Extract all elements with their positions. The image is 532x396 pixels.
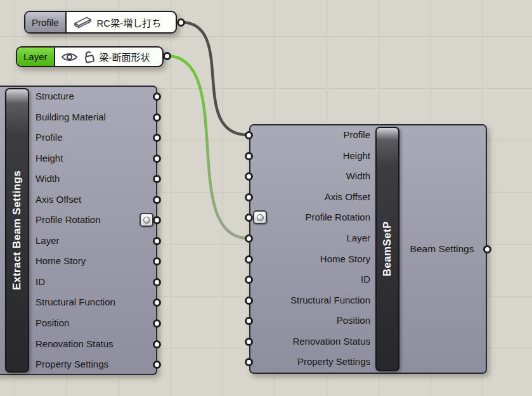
input-port-label: Axis Offset bbox=[256, 191, 370, 203]
param-layer-body[interactable]: 梁-断面形状 bbox=[55, 48, 156, 66]
input-port-label: Layer bbox=[256, 232, 370, 245]
input-port-label: Structural Function bbox=[256, 294, 370, 307]
output-nub[interactable] bbox=[153, 257, 161, 265]
output-port-label: Height bbox=[36, 152, 63, 165]
output-nub[interactable] bbox=[153, 340, 161, 348]
output-nub[interactable] bbox=[153, 93, 161, 101]
input-port-label: Position bbox=[256, 314, 370, 327]
input-nub[interactable] bbox=[245, 234, 253, 243]
input-nub[interactable] bbox=[245, 358, 253, 366]
param-profile-output-nub[interactable] bbox=[177, 18, 185, 27]
output-port-label: Property Settings bbox=[36, 358, 108, 371]
component-name: Extract Beam Settings bbox=[11, 170, 23, 290]
output-port-label: Structure bbox=[36, 90, 74, 103]
layer-wire[interactable] bbox=[167, 56, 248, 238]
input-port-label: Property Settings bbox=[256, 355, 370, 368]
profile-rotation-unit-button[interactable] bbox=[253, 210, 267, 224]
unit-dot-icon bbox=[143, 217, 150, 224]
component-beamsetp-namebar[interactable]: BeamSetP bbox=[375, 127, 399, 371]
output-port-label: Profile bbox=[36, 131, 63, 144]
input-nub[interactable] bbox=[245, 152, 253, 160]
output-port-label: Width bbox=[36, 172, 60, 185]
component-extract-beam-settings-namebar[interactable]: Extract Beam Settings bbox=[5, 88, 29, 373]
component-name: BeamSetP bbox=[381, 221, 394, 276]
output-port-label: Structural Function bbox=[36, 296, 115, 309]
input-nub[interactable] bbox=[245, 214, 253, 222]
input-nub[interactable] bbox=[245, 297, 253, 305]
input-nub[interactable] bbox=[245, 193, 253, 201]
param-layer[interactable]: Layer 梁-断面形状 bbox=[16, 46, 164, 67]
output-nub[interactable] bbox=[153, 319, 161, 328]
output-nub[interactable] bbox=[153, 175, 161, 183]
unit-dot-icon bbox=[257, 214, 264, 221]
output-nub[interactable] bbox=[483, 245, 491, 253]
output-nub[interactable] bbox=[153, 113, 161, 122]
output-port-label: Beam Settings bbox=[401, 243, 483, 255]
output-port-label: Position bbox=[36, 317, 69, 329]
input-nub[interactable] bbox=[245, 338, 253, 346]
output-port-label: Axis Offset bbox=[36, 193, 81, 206]
param-profile-label[interactable]: Profile bbox=[25, 12, 67, 32]
output-nub[interactable] bbox=[153, 216, 161, 224]
param-layer-label[interactable]: Layer bbox=[17, 48, 55, 66]
unlock-icon bbox=[82, 50, 95, 63]
input-port-label: ID bbox=[256, 273, 370, 286]
input-port-label: Profile Rotation bbox=[256, 211, 370, 224]
output-port-label: Building Material bbox=[36, 111, 106, 124]
output-port-label: Layer bbox=[36, 234, 60, 247]
input-nub[interactable] bbox=[245, 276, 253, 284]
profile-wire[interactable] bbox=[181, 22, 248, 135]
input-nub[interactable] bbox=[245, 131, 253, 139]
output-nub[interactable] bbox=[153, 196, 161, 204]
profile-rotation-unit-button[interactable] bbox=[139, 213, 153, 227]
input-nub[interactable] bbox=[245, 317, 253, 325]
param-profile[interactable]: Profile RC梁-増し打ち bbox=[24, 11, 177, 34]
output-nub[interactable] bbox=[153, 278, 161, 286]
input-nub[interactable] bbox=[245, 255, 253, 264]
output-nub[interactable] bbox=[153, 237, 161, 245]
param-layer-output-nub[interactable] bbox=[163, 52, 171, 60]
input-port-label: Width bbox=[256, 170, 370, 182]
beam-profile-icon bbox=[72, 15, 93, 30]
output-port-label: Renovation Status bbox=[36, 338, 114, 350]
output-port-label: Home Story bbox=[36, 255, 86, 267]
output-nub[interactable] bbox=[153, 155, 161, 163]
input-port-label: Profile bbox=[256, 129, 370, 141]
input-nub[interactable] bbox=[245, 172, 253, 181]
output-nub[interactable] bbox=[153, 298, 161, 307]
output-port-label: Profile Rotation bbox=[36, 214, 101, 226]
input-port-label: Home Story bbox=[256, 253, 370, 265]
input-port-label: Renovation Status bbox=[256, 335, 370, 348]
param-profile-value: RC梁-増し打ち bbox=[97, 16, 162, 29]
eye-icon bbox=[61, 51, 78, 63]
output-port-label: ID bbox=[36, 276, 45, 288]
input-port-label: Height bbox=[256, 150, 370, 162]
param-profile-body[interactable]: RC梁-増し打ち bbox=[67, 12, 167, 32]
grasshopper-canvas[interactable]: Profile RC梁-増し打ち Layer bbox=[0, 0, 532, 396]
param-layer-value: 梁-断面形状 bbox=[100, 50, 150, 63]
output-nub[interactable] bbox=[153, 134, 161, 142]
output-nub[interactable] bbox=[153, 361, 161, 369]
